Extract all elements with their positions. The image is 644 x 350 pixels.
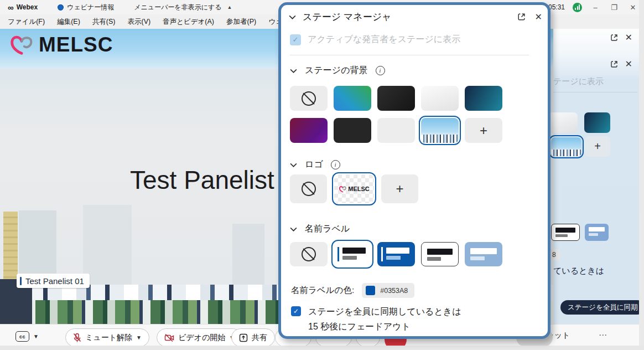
add-icon: + bbox=[396, 181, 403, 197]
mic-muted-icon bbox=[73, 333, 81, 343]
dialog-title: ステージ マネージャ bbox=[303, 11, 392, 23]
name-label-none-option[interactable] bbox=[290, 242, 328, 266]
menu-view[interactable]: 表示(V) bbox=[127, 17, 150, 27]
melsc-heart-icon bbox=[339, 186, 347, 193]
brand-text: MELSC bbox=[39, 33, 113, 56]
background-thumbnail-green-blue[interactable] bbox=[334, 86, 371, 111]
sync-line2: 15 秒後にフェードアウト bbox=[308, 322, 411, 331]
panel-divider bbox=[553, 92, 637, 92]
restore-button[interactable]: ❐ bbox=[609, 3, 620, 12]
panel-add-background-button[interactable]: + bbox=[585, 136, 610, 157]
stage-manager-docked-panel: ✕ ✕ テージに表示 + 8 ているときは ステージを全員に同期 bbox=[553, 29, 639, 324]
dialog-close-icon[interactable]: ✕ bbox=[535, 13, 542, 22]
logo-thumbnail-melsc-selected[interactable]: MELSC bbox=[334, 174, 374, 203]
stage-speaker-text: Test Panelist bbox=[130, 165, 274, 195]
menu-share[interactable]: 共有(S) bbox=[92, 17, 116, 27]
name-label-style-outline[interactable] bbox=[421, 242, 459, 266]
panel-name-label-thumbnail[interactable] bbox=[551, 224, 580, 241]
info-icon[interactable]: i bbox=[331, 160, 340, 169]
chevron-down-icon: ▼ bbox=[33, 333, 39, 339]
menu-audio-video[interactable]: 音声とビデオ(A) bbox=[163, 17, 214, 27]
prohibition-icon bbox=[302, 91, 316, 106]
app-name: Webex bbox=[17, 3, 38, 11]
window-right-edge bbox=[639, 0, 644, 350]
start-video-button[interactable]: ビデオの開始 ▼ bbox=[157, 328, 242, 347]
logo-thumbnail-row: MELSC + bbox=[290, 174, 418, 203]
menu-participants[interactable]: 参加者(P) bbox=[226, 17, 256, 27]
prohibition-icon bbox=[302, 182, 316, 196]
name-label-color-row: 名前ラベルの色: #0353A8 bbox=[291, 283, 414, 298]
collapse-chevron-icon[interactable] bbox=[290, 227, 297, 231]
background-thumbnail-row-2: + bbox=[290, 118, 502, 143]
background-none-option[interactable] bbox=[290, 86, 328, 111]
popout-icon[interactable] bbox=[517, 12, 526, 22]
background-thumbnail-city-selected[interactable] bbox=[421, 118, 459, 143]
share-button[interactable]: 共有 bbox=[231, 328, 275, 347]
sync-stage-to-all-button[interactable]: ステージを全員に同期 bbox=[560, 300, 644, 315]
panel-name-label-thumbnail[interactable] bbox=[585, 224, 609, 241]
dialog-header: ステージ マネージャ ✕ bbox=[289, 11, 542, 23]
menu-edit[interactable]: 編集(E) bbox=[57, 17, 80, 27]
stage-brand-logo: MELSC bbox=[9, 33, 113, 56]
unmute-button[interactable]: ミュート解除 ▼ bbox=[65, 328, 149, 347]
background-thumbnail-light[interactable] bbox=[421, 86, 459, 111]
window-close-button[interactable]: ✕ bbox=[627, 3, 638, 12]
sync-fadeout-checkbox-row: ✓ ステージを全員に同期しているときは 15 秒後にフェードアウト bbox=[291, 304, 461, 334]
popout-icon[interactable] bbox=[610, 33, 619, 42]
add-logo-button[interactable]: + bbox=[381, 174, 418, 203]
chevron-down-icon: ▼ bbox=[136, 334, 142, 341]
info-icon[interactable]: i bbox=[376, 66, 385, 75]
add-icon: + bbox=[480, 123, 487, 138]
collapse-chevron-icon[interactable] bbox=[289, 15, 296, 19]
section-logo-header: ロゴ i bbox=[290, 159, 340, 171]
stage-name-label: Test Panelist 01 bbox=[17, 274, 90, 288]
name-label-style-left-bar-selected[interactable] bbox=[334, 242, 371, 266]
window-bottom-edge bbox=[0, 346, 644, 350]
close-icon[interactable]: ✕ bbox=[625, 33, 632, 42]
collapse-chevron-icon[interactable] bbox=[290, 163, 297, 167]
name-label-style-translucent[interactable] bbox=[465, 242, 502, 266]
name-label-style-row bbox=[290, 242, 502, 266]
background-thumbnail-row-1 bbox=[290, 86, 502, 111]
panel-background-thumbnail-selected[interactable] bbox=[551, 137, 581, 156]
dialog-divider bbox=[290, 55, 529, 55]
sync-line1: ステージを全員に同期しているときは bbox=[308, 307, 461, 316]
panel-background-thumbnail[interactable] bbox=[584, 112, 610, 133]
popout-icon[interactable] bbox=[610, 60, 619, 69]
closed-captions-icon: cc bbox=[15, 331, 29, 342]
share-content-icon bbox=[239, 333, 248, 342]
webinar-info-icon bbox=[58, 4, 64, 11]
active-speaker-checkbox-row: ✓ アクティブな発言者をステージに表示 bbox=[290, 34, 460, 45]
stage-manager-dialog: ステージ マネージャ ✕ ✓ アクティブな発言者をステージに表示 ステージの背景… bbox=[278, 2, 550, 339]
captions-button[interactable]: cc ▼ bbox=[15, 331, 39, 342]
name-label-color-picker[interactable]: #0353A8 bbox=[362, 283, 414, 298]
clock-time: 05:31 bbox=[548, 3, 565, 11]
skyline-tower bbox=[232, 224, 264, 288]
background-thumbnail-dark[interactable] bbox=[377, 86, 415, 111]
add-background-button[interactable]: + bbox=[465, 118, 502, 143]
logo-none-option[interactable] bbox=[290, 174, 327, 203]
melsc-heart-icon bbox=[9, 34, 34, 56]
sync-fadeout-checkbox-checked[interactable]: ✓ bbox=[291, 306, 301, 316]
active-speaker-checkbox-disabled[interactable]: ✓ bbox=[290, 34, 301, 45]
webinar-info-button[interactable]: ウェビナー情報 bbox=[58, 3, 114, 12]
background-thumbnail-black[interactable] bbox=[334, 118, 371, 143]
section-background-header: ステージの背景 i bbox=[290, 65, 385, 76]
background-thumbnail-teal[interactable] bbox=[465, 86, 502, 111]
panel-active-speaker-label-partial: テージに表示 bbox=[553, 76, 604, 87]
background-thumbnail-purple[interactable] bbox=[290, 118, 328, 143]
menu-file[interactable]: ファイル(F) bbox=[8, 17, 45, 27]
prohibition-icon bbox=[302, 247, 316, 261]
collapse-chevron-icon[interactable] bbox=[290, 69, 297, 73]
hide-menubar-button[interactable]: メニューバーを非表示にする ▲ bbox=[134, 3, 232, 12]
minimize-button[interactable]: – bbox=[590, 3, 601, 12]
more-options-icon[interactable]: ⋯ bbox=[599, 330, 608, 340]
background-thumbnail-gray[interactable] bbox=[377, 118, 415, 143]
webex-window: ∞ Webex ウェビナー情報 メニューバーを非表示にする ▲ 05:31 – … bbox=[0, 0, 644, 350]
panel-color-pill-partial: 8 bbox=[551, 249, 560, 260]
name-label-accent-bar bbox=[20, 277, 22, 285]
skyline-tower bbox=[83, 205, 132, 288]
name-label-style-blue-filled[interactable] bbox=[377, 242, 415, 266]
close-icon[interactable]: ✕ bbox=[625, 60, 632, 69]
connection-status-icon[interactable] bbox=[573, 3, 582, 12]
